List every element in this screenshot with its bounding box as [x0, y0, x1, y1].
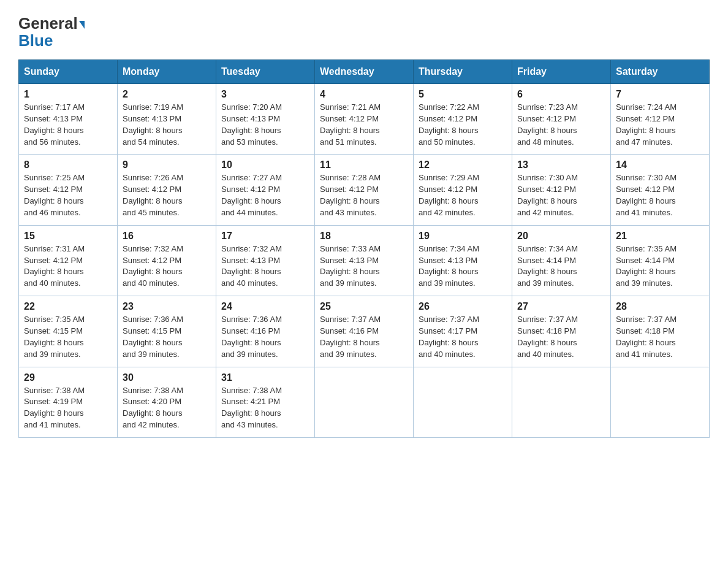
day-info: Sunrise: 7:21 AMSunset: 4:12 PMDaylight:… — [320, 102, 408, 148]
calendar-cell: 1Sunrise: 7:17 AMSunset: 4:13 PMDaylight… — [19, 84, 118, 155]
weekday-friday: Friday — [512, 60, 611, 84]
weekday-header-row: SundayMondayTuesdayWednesdayThursdayFrid… — [19, 60, 710, 84]
day-number: 10 — [221, 159, 309, 170]
calendar-cell: 3Sunrise: 7:20 AMSunset: 4:13 PMDaylight… — [216, 84, 315, 155]
weekday-sunday: Sunday — [19, 60, 118, 84]
calendar-cell: 15Sunrise: 7:31 AMSunset: 4:12 PMDayligh… — [19, 225, 118, 296]
calendar-cell: 26Sunrise: 7:37 AMSunset: 4:17 PMDayligh… — [414, 296, 512, 367]
calendar-cell: 19Sunrise: 7:34 AMSunset: 4:13 PMDayligh… — [414, 225, 512, 296]
day-number: 27 — [517, 301, 605, 312]
calendar-cell: 24Sunrise: 7:36 AMSunset: 4:16 PMDayligh… — [216, 296, 315, 367]
calendar-cell: 14Sunrise: 7:30 AMSunset: 4:12 PMDayligh… — [611, 155, 710, 225]
day-info: Sunrise: 7:28 AMSunset: 4:12 PMDaylight:… — [320, 172, 408, 218]
day-info: Sunrise: 7:37 AMSunset: 4:16 PMDaylight:… — [320, 314, 408, 360]
day-number: 23 — [123, 301, 211, 312]
day-number: 6 — [517, 89, 605, 100]
day-number: 30 — [123, 372, 211, 383]
calendar-cell: 30Sunrise: 7:38 AMSunset: 4:20 PMDayligh… — [118, 367, 216, 437]
day-number: 17 — [221, 231, 309, 242]
day-info: Sunrise: 7:25 AMSunset: 4:12 PMDaylight:… — [24, 172, 112, 218]
day-info: Sunrise: 7:30 AMSunset: 4:12 PMDaylight:… — [616, 172, 704, 218]
day-number: 31 — [221, 372, 309, 383]
day-info: Sunrise: 7:31 AMSunset: 4:12 PMDaylight:… — [24, 243, 112, 289]
calendar-table: SundayMondayTuesdayWednesdayThursdayFrid… — [18, 59, 710, 438]
day-info: Sunrise: 7:34 AMSunset: 4:14 PMDaylight:… — [517, 243, 605, 289]
day-number: 19 — [419, 231, 507, 242]
calendar-cell — [512, 367, 611, 437]
weekday-tuesday: Tuesday — [216, 60, 315, 84]
calendar-cell: 22Sunrise: 7:35 AMSunset: 4:15 PMDayligh… — [19, 296, 118, 367]
day-number: 22 — [24, 301, 112, 312]
day-number: 16 — [123, 231, 211, 242]
calendar-cell — [315, 367, 414, 437]
calendar-cell: 29Sunrise: 7:38 AMSunset: 4:19 PMDayligh… — [19, 367, 118, 437]
calendar-cell: 7Sunrise: 7:24 AMSunset: 4:12 PMDaylight… — [611, 84, 710, 155]
day-info: Sunrise: 7:38 AMSunset: 4:19 PMDaylight:… — [24, 385, 112, 431]
day-info: Sunrise: 7:32 AMSunset: 4:13 PMDaylight:… — [221, 243, 309, 289]
weekday-monday: Monday — [118, 60, 216, 84]
logo-general: General — [18, 15, 85, 31]
calendar-cell: 27Sunrise: 7:37 AMSunset: 4:18 PMDayligh… — [512, 296, 611, 367]
calendar-cell: 6Sunrise: 7:23 AMSunset: 4:12 PMDaylight… — [512, 84, 611, 155]
calendar-cell — [611, 367, 710, 437]
day-number: 3 — [221, 89, 309, 100]
day-number: 5 — [419, 89, 507, 100]
calendar-cell: 16Sunrise: 7:32 AMSunset: 4:12 PMDayligh… — [118, 225, 216, 296]
day-number: 14 — [616, 159, 704, 170]
calendar-cell: 31Sunrise: 7:38 AMSunset: 4:21 PMDayligh… — [216, 367, 315, 437]
calendar-cell: 17Sunrise: 7:32 AMSunset: 4:13 PMDayligh… — [216, 225, 315, 296]
calendar-cell: 8Sunrise: 7:25 AMSunset: 4:12 PMDaylight… — [19, 155, 118, 225]
calendar-cell: 20Sunrise: 7:34 AMSunset: 4:14 PMDayligh… — [512, 225, 611, 296]
calendar-cell: 2Sunrise: 7:19 AMSunset: 4:13 PMDaylight… — [118, 84, 216, 155]
day-number: 12 — [419, 159, 507, 170]
week-row-2: 8Sunrise: 7:25 AMSunset: 4:12 PMDaylight… — [19, 155, 710, 225]
weekday-saturday: Saturday — [611, 60, 710, 84]
day-info: Sunrise: 7:22 AMSunset: 4:12 PMDaylight:… — [419, 102, 507, 148]
day-info: Sunrise: 7:27 AMSunset: 4:12 PMDaylight:… — [221, 172, 309, 218]
day-info: Sunrise: 7:17 AMSunset: 4:13 PMDaylight:… — [24, 102, 112, 148]
day-number: 28 — [616, 301, 704, 312]
weekday-wednesday: Wednesday — [315, 60, 414, 84]
day-number: 21 — [616, 231, 704, 242]
day-number: 2 — [123, 89, 211, 100]
week-row-1: 1Sunrise: 7:17 AMSunset: 4:13 PMDaylight… — [19, 84, 710, 155]
day-info: Sunrise: 7:37 AMSunset: 4:18 PMDaylight:… — [517, 314, 605, 360]
calendar-cell: 13Sunrise: 7:30 AMSunset: 4:12 PMDayligh… — [512, 155, 611, 225]
day-info: Sunrise: 7:38 AMSunset: 4:20 PMDaylight:… — [123, 385, 211, 431]
day-info: Sunrise: 7:37 AMSunset: 4:17 PMDaylight:… — [419, 314, 507, 360]
day-number: 1 — [24, 89, 112, 100]
calendar-cell: 23Sunrise: 7:36 AMSunset: 4:15 PMDayligh… — [118, 296, 216, 367]
logo-blue: Blue — [18, 33, 53, 48]
day-number: 7 — [616, 89, 704, 100]
day-info: Sunrise: 7:35 AMSunset: 4:15 PMDaylight:… — [24, 314, 112, 360]
day-number: 9 — [123, 159, 211, 170]
day-number: 4 — [320, 89, 408, 100]
calendar-body: 1Sunrise: 7:17 AMSunset: 4:13 PMDaylight… — [19, 84, 710, 438]
calendar-cell: 9Sunrise: 7:26 AMSunset: 4:12 PMDaylight… — [118, 155, 216, 225]
day-number: 18 — [320, 231, 408, 242]
day-number: 25 — [320, 301, 408, 312]
day-info: Sunrise: 7:34 AMSunset: 4:13 PMDaylight:… — [419, 243, 507, 289]
day-info: Sunrise: 7:36 AMSunset: 4:16 PMDaylight:… — [221, 314, 309, 360]
calendar-cell: 12Sunrise: 7:29 AMSunset: 4:12 PMDayligh… — [414, 155, 512, 225]
calendar-cell: 11Sunrise: 7:28 AMSunset: 4:12 PMDayligh… — [315, 155, 414, 225]
logo: General Blue — [18, 12, 85, 48]
day-number: 11 — [320, 159, 408, 170]
day-number: 26 — [419, 301, 507, 312]
day-number: 24 — [221, 301, 309, 312]
page-header: General Blue — [18, 12, 710, 48]
day-info: Sunrise: 7:20 AMSunset: 4:13 PMDaylight:… — [221, 102, 309, 148]
day-info: Sunrise: 7:24 AMSunset: 4:12 PMDaylight:… — [616, 102, 704, 148]
calendar-cell: 4Sunrise: 7:21 AMSunset: 4:12 PMDaylight… — [315, 84, 414, 155]
day-info: Sunrise: 7:36 AMSunset: 4:15 PMDaylight:… — [123, 314, 211, 360]
calendar-cell — [414, 367, 512, 437]
calendar-cell: 5Sunrise: 7:22 AMSunset: 4:12 PMDaylight… — [414, 84, 512, 155]
calendar-cell: 21Sunrise: 7:35 AMSunset: 4:14 PMDayligh… — [611, 225, 710, 296]
day-info: Sunrise: 7:38 AMSunset: 4:21 PMDaylight:… — [221, 385, 309, 431]
day-info: Sunrise: 7:32 AMSunset: 4:12 PMDaylight:… — [123, 243, 211, 289]
calendar-cell: 18Sunrise: 7:33 AMSunset: 4:13 PMDayligh… — [315, 225, 414, 296]
calendar-cell: 25Sunrise: 7:37 AMSunset: 4:16 PMDayligh… — [315, 296, 414, 367]
week-row-4: 22Sunrise: 7:35 AMSunset: 4:15 PMDayligh… — [19, 296, 710, 367]
day-info: Sunrise: 7:35 AMSunset: 4:14 PMDaylight:… — [616, 243, 704, 289]
day-info: Sunrise: 7:30 AMSunset: 4:12 PMDaylight:… — [517, 172, 605, 218]
